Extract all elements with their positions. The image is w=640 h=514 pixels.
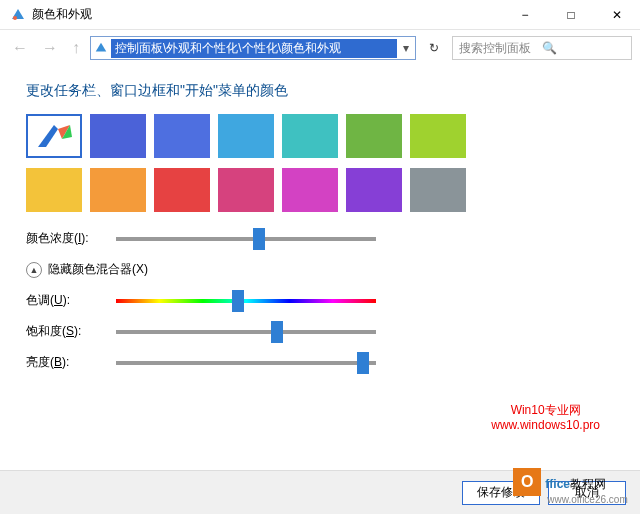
color-swatch[interactable] bbox=[154, 168, 210, 212]
bri-slider[interactable] bbox=[116, 361, 376, 365]
bri-thumb[interactable] bbox=[357, 352, 369, 374]
color-swatch[interactable] bbox=[218, 168, 274, 212]
titlebar: 颜色和外观 − □ ✕ bbox=[0, 0, 640, 30]
minimize-button[interactable]: − bbox=[502, 0, 548, 29]
search-icon: 🔍 bbox=[542, 41, 625, 55]
sat-row: 饱和度(S): bbox=[26, 323, 614, 340]
up-button[interactable]: ↑ bbox=[68, 39, 84, 57]
color-swatch[interactable] bbox=[282, 168, 338, 212]
cancel-button[interactable]: 取消 bbox=[548, 481, 626, 505]
color-swatch[interactable] bbox=[90, 114, 146, 158]
chevron-up-icon: ▲ bbox=[26, 262, 42, 278]
hue-slider[interactable] bbox=[116, 299, 376, 303]
color-swatch[interactable] bbox=[282, 114, 338, 158]
address-text: 控制面板\外观和个性化\个性化\颜色和外观 bbox=[111, 39, 397, 58]
sat-slider[interactable] bbox=[116, 330, 376, 334]
intensity-slider[interactable] bbox=[116, 237, 376, 241]
refresh-button[interactable]: ↻ bbox=[422, 36, 446, 60]
address-bar[interactable]: 控制面板\外观和个性化\个性化\颜色和外观 ▾ bbox=[90, 36, 416, 60]
page-heading: 更改任务栏、窗口边框和"开始"菜单的颜色 bbox=[26, 82, 614, 100]
bri-label: 亮度(B): bbox=[26, 354, 106, 371]
nav-row: ← → ↑ 控制面板\外观和个性化\个性化\颜色和外观 ▾ ↻ 搜索控制面板 🔍 bbox=[0, 30, 640, 66]
color-swatch[interactable] bbox=[218, 114, 274, 158]
sat-label: 饱和度(S): bbox=[26, 323, 106, 340]
swatch-row-1 bbox=[26, 114, 614, 158]
swatch-row-2 bbox=[26, 168, 614, 212]
intensity-thumb[interactable] bbox=[253, 228, 265, 250]
color-swatch[interactable] bbox=[154, 114, 210, 158]
maximize-button[interactable]: □ bbox=[548, 0, 594, 29]
search-input[interactable]: 搜索控制面板 🔍 bbox=[452, 36, 632, 60]
hue-thumb[interactable] bbox=[232, 290, 244, 312]
color-swatch[interactable] bbox=[410, 114, 466, 158]
color-swatch[interactable] bbox=[90, 168, 146, 212]
address-icon bbox=[91, 41, 111, 55]
window-title: 颜色和外观 bbox=[32, 6, 502, 23]
color-swatch[interactable] bbox=[346, 168, 402, 212]
close-button[interactable]: ✕ bbox=[594, 0, 640, 29]
save-button[interactable]: 保存修改 bbox=[462, 481, 540, 505]
svg-point-1 bbox=[13, 16, 17, 20]
forward-button[interactable]: → bbox=[38, 39, 62, 57]
mixer-label: 隐藏颜色混合器(X) bbox=[48, 261, 148, 278]
bri-row: 亮度(B): bbox=[26, 354, 614, 371]
color-swatch[interactable] bbox=[26, 168, 82, 212]
intensity-row: 颜色浓度(I): bbox=[26, 230, 614, 247]
footer: 保存修改 取消 bbox=[0, 470, 640, 514]
mixer-toggle[interactable]: ▲ 隐藏颜色混合器(X) bbox=[26, 261, 614, 278]
color-swatch[interactable] bbox=[346, 114, 402, 158]
color-swatch[interactable] bbox=[410, 168, 466, 212]
app-icon bbox=[10, 7, 26, 23]
hue-row: 色调(U): bbox=[26, 292, 614, 309]
color-swatch[interactable] bbox=[26, 114, 82, 158]
intensity-label: 颜色浓度(I): bbox=[26, 230, 106, 247]
back-button[interactable]: ← bbox=[8, 39, 32, 57]
sat-thumb[interactable] bbox=[271, 321, 283, 343]
hue-label: 色调(U): bbox=[26, 292, 106, 309]
watermark: Win10专业网 www.windows10.pro bbox=[491, 403, 600, 434]
content-area: 更改任务栏、窗口边框和"开始"菜单的颜色 颜色浓度(I): ▲ 隐藏颜色混合器(… bbox=[0, 66, 640, 395]
address-dropdown-icon[interactable]: ▾ bbox=[397, 41, 415, 55]
search-placeholder: 搜索控制面板 bbox=[459, 40, 542, 57]
